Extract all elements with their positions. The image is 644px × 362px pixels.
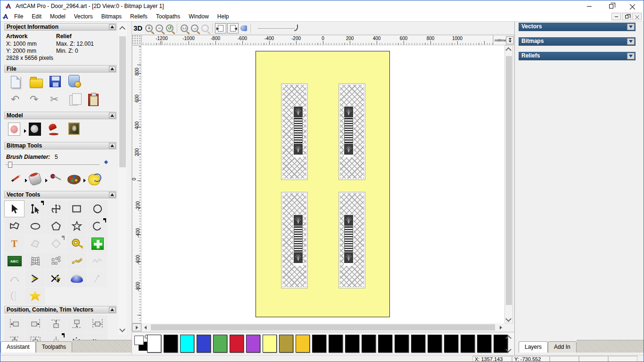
expand-button[interactable]	[627, 24, 635, 30]
open-model-button[interactable]	[30, 76, 44, 89]
fade-slider[interactable]	[258, 28, 295, 29]
minimize-button[interactable]	[578, 0, 600, 12]
measure-tool[interactable]	[66, 235, 87, 252]
close-button[interactable]	[622, 0, 644, 12]
primary-secondary-colours[interactable]	[134, 336, 149, 352]
set-model-size-button[interactable]	[8, 123, 22, 136]
reliefs-header[interactable]: Reliefs	[519, 52, 636, 60]
guides-toggle-button[interactable]	[227, 23, 239, 33]
load-bitmap-button[interactable]	[68, 123, 83, 136]
create-freehand-tool[interactable]	[4, 218, 25, 235]
create-text-tool[interactable]: T	[4, 235, 25, 252]
palette-swatch[interactable]	[395, 335, 409, 353]
align-bottom-tool[interactable]	[66, 315, 87, 332]
zoom-out-button[interactable]: −	[154, 23, 165, 34]
collapse-button[interactable]	[109, 24, 116, 30]
cut-button[interactable]: ✂	[50, 93, 64, 107]
assistant-scrollbar[interactable]	[118, 23, 127, 334]
menu-reliefs[interactable]: Reliefs	[126, 12, 152, 21]
pick-colour-button[interactable]	[50, 173, 64, 186]
palette-swatch[interactable]	[312, 335, 326, 353]
fit-arcs-tool[interactable]	[4, 270, 25, 287]
palette-swatch[interactable]	[296, 335, 310, 353]
texture-tool-button[interactable]	[88, 173, 102, 186]
collapse-button[interactable]	[109, 66, 116, 72]
scrollbar-thumb[interactable]	[151, 324, 495, 330]
zoom-selection-button[interactable]	[200, 23, 210, 34]
palette-swatch[interactable]	[263, 335, 277, 353]
mdi-minimize-button[interactable]	[611, 13, 621, 20]
canvas-2d[interactable]	[141, 45, 504, 323]
align-top-tool[interactable]	[46, 315, 66, 332]
colour-palette-button[interactable]	[67, 173, 82, 186]
brush-slider-handle[interactable]	[8, 162, 12, 168]
mdi-close-button[interactable]	[632, 13, 642, 20]
mdi-restore-button[interactable]	[622, 13, 631, 20]
lighting-button[interactable]	[48, 123, 62, 136]
pane-split-button[interactable]	[132, 323, 141, 331]
toggle-3d-view-button[interactable]: 3D	[132, 23, 144, 34]
palette-swatch[interactable]	[477, 335, 491, 353]
palette-swatch[interactable]	[147, 335, 161, 353]
scroll-up-icon[interactable]	[505, 47, 512, 53]
palette-swatch[interactable]	[461, 335, 475, 353]
fade-slider-handle[interactable]	[294, 25, 298, 31]
units-dropdown-button[interactable]	[506, 36, 514, 44]
palette-swatch[interactable]	[279, 335, 293, 353]
new-model-button[interactable]	[11, 76, 25, 89]
abc-text-tool[interactable]: ABC	[4, 253, 25, 270]
tab-add-in[interactable]: Add In	[548, 341, 577, 353]
ruler-corner[interactable]	[132, 35, 141, 45]
palette-swatch[interactable]	[213, 335, 227, 353]
copy-button[interactable]	[69, 95, 83, 108]
expand-button[interactable]	[627, 53, 635, 59]
palette-swatch[interactable]	[378, 335, 392, 353]
envelope-distort-tool[interactable]	[25, 253, 45, 270]
flyout-arrow-icon[interactable]	[83, 179, 86, 182]
wrap-star-tool[interactable]	[25, 288, 45, 304]
vectors-header[interactable]: Vectors	[519, 23, 636, 31]
horizontal-scrollbar[interactable]	[132, 323, 515, 332]
palette-swatch[interactable]	[164, 335, 178, 353]
tab-toolpaths[interactable]: Toolpaths	[36, 341, 72, 353]
door-artwork[interactable]	[256, 51, 390, 317]
paste-relief-tool[interactable]	[87, 235, 107, 252]
create-star-tool[interactable]	[66, 218, 87, 235]
create-polygon-tool[interactable]	[46, 218, 66, 235]
scroll-up-icon[interactable]	[505, 335, 512, 341]
create-rectangle-tool[interactable]	[66, 200, 87, 217]
model-wizard-button[interactable]	[68, 75, 83, 88]
tab-assistant[interactable]: Assistant	[0, 341, 36, 353]
align-right-tool[interactable]	[25, 315, 45, 332]
redo-button[interactable]: ↷	[30, 93, 44, 107]
palette-scrollbar[interactable]	[506, 334, 512, 354]
zoom-1to1-button[interactable]: 1:1	[179, 23, 190, 34]
chamfer-tool[interactable]	[25, 270, 45, 287]
block-copy-tool[interactable]	[46, 253, 66, 270]
scrollbar-thumb[interactable]	[506, 56, 512, 305]
wrap-text-tool[interactable]	[25, 235, 45, 252]
save-model-button[interactable]	[50, 76, 64, 89]
zoom-previous-button[interactable]: ↺	[165, 23, 175, 34]
menu-help[interactable]: Help	[213, 12, 233, 21]
paste-along-curve-tool[interactable]	[66, 253, 87, 270]
scrollbar-thumb[interactable]	[119, 36, 126, 167]
palette-swatch[interactable]	[428, 335, 442, 353]
scroll-down-icon[interactable]	[505, 346, 512, 353]
palette-swatch[interactable]	[411, 335, 425, 353]
collapse-button[interactable]	[109, 192, 116, 197]
menu-bitmaps[interactable]: Bitmaps	[97, 12, 126, 21]
select-vectors-tool[interactable]	[4, 200, 25, 217]
expand-button[interactable]	[627, 38, 635, 45]
create-ellipse-tool[interactable]	[25, 218, 45, 235]
brush-diameter-slider[interactable]	[5, 165, 99, 165]
primary-colour-swatch[interactable]	[134, 336, 144, 345]
create-arc-tool[interactable]	[87, 218, 107, 235]
scroll-down-icon[interactable]	[119, 326, 125, 332]
trim-vectors-tool[interactable]	[46, 270, 66, 287]
spin-relief-tool[interactable]	[66, 270, 87, 287]
flyout-arrow-icon[interactable]	[45, 179, 48, 182]
collapse-button[interactable]	[109, 113, 116, 118]
flyout-arrow-icon[interactable]	[24, 129, 26, 133]
restore-button[interactable]	[600, 0, 622, 12]
